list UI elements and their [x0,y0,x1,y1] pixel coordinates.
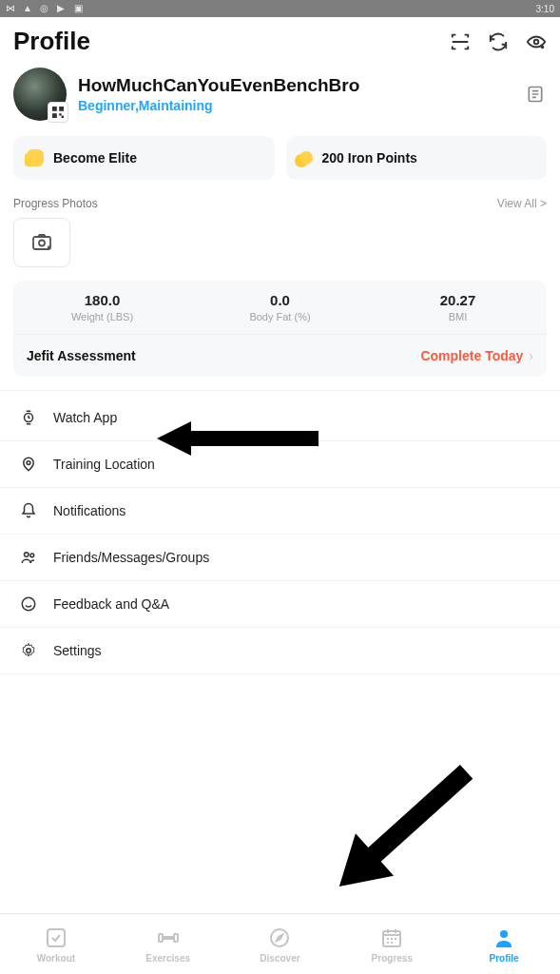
svg-marker-17 [320,750,486,907]
user-meta: HowMuchCanYouEvenBenchBro Beginner,Maint… [78,75,512,113]
view-all-link[interactable]: View All > [497,197,547,210]
bell-icon [19,501,38,520]
qr-icon[interactable] [48,102,68,123]
tab-label: Profile [490,953,519,964]
list-label: Feedback and Q&A [53,596,169,612]
status-bar: ⋈ ▲ ◎ ▶ ▣ 3:10 [0,0,560,17]
avatar[interactable] [13,68,67,121]
username: HowMuchCanYouEvenBenchBro [78,75,512,96]
elite-label: Become Elite [53,150,137,166]
svg-point-25 [500,930,508,938]
svg-point-0 [534,39,539,44]
tab-workout[interactable]: Workout [0,914,112,974]
pin-icon [19,455,38,474]
calendar-icon [379,925,404,950]
svg-marker-23 [277,935,282,941]
svg-point-22 [271,929,288,946]
elite-badge-icon [27,149,44,166]
tab-label: Progress [372,953,413,964]
header-actions [450,31,547,52]
app-icon: ⋈ [6,3,17,14]
tab-label: Workout [37,953,75,964]
checkbox-icon [44,925,68,950]
list-label: Watch App [53,410,117,425]
bodyfat-label: Body Fat (%) [195,311,365,322]
assessment-row[interactable]: Jefit Assessment Complete Today › [13,334,547,377]
stats-grid: 180.0 Weight (LBS) 0.0 Body Fat (%) 20.2… [13,281,547,334]
stat-weight[interactable]: 180.0 Weight (LBS) [13,281,191,334]
list-item-notifications[interactable]: Notifications [0,488,560,535]
svg-point-1 [541,45,545,49]
tab-profile[interactable]: Profile [448,914,560,974]
chevron-right-icon: › [529,348,533,363]
assessment-cta[interactable]: Complete Today › [420,348,533,363]
status-left: ⋈ ▲ ◎ ▶ ▣ [6,3,86,14]
svg-point-12 [25,553,29,557]
weight-value: 180.0 [17,292,187,308]
person-icon [492,925,516,950]
list-label: Friends/Messages/Groups [53,550,209,565]
notes-icon[interactable] [524,83,547,106]
compass-icon [267,925,292,950]
tab-label: Exercises [145,953,190,964]
promo-row: Become Elite 200 Iron Points [0,130,560,185]
eye-icon[interactable] [526,31,547,52]
list-label: Training Location [53,457,155,472]
coin-icon [299,151,313,165]
sync-icon[interactable] [488,31,509,52]
tab-exercises[interactable]: Exercises [112,914,224,974]
page-title: Profile [13,27,90,56]
svg-rect-3 [59,107,64,111]
progress-photos-label: Progress Photos [13,197,98,210]
svg-rect-2 [52,107,57,111]
instagram-icon: ◎ [40,3,51,14]
list-item-friends[interactable]: Friends/Messages/Groups [0,535,560,581]
bmi-value: 20.27 [373,292,543,308]
svg-marker-16 [157,421,319,456]
play-icon: ▶ [57,3,68,14]
gear-icon [19,641,38,660]
svg-rect-5 [59,113,61,115]
add-photo-button[interactable] [13,218,70,267]
square-icon: ▣ [74,3,86,14]
list-item-settings[interactable]: Settings [0,628,560,674]
user-level: Beginner,Maintaining [78,98,512,113]
tab-discover[interactable]: Discover [224,914,337,974]
watch-icon [19,408,38,427]
divider [0,390,560,391]
bmi-label: BMI [373,311,543,322]
become-elite-card[interactable]: Become Elite [13,136,275,180]
page-header: Profile [0,17,560,62]
bodyfat-value: 0.0 [195,292,365,308]
dumbbell-icon [156,925,181,950]
stat-bodyfat[interactable]: 0.0 Body Fat (%) [191,281,369,334]
status-time: 3:10 [536,4,554,14]
svg-rect-4 [52,113,57,118]
svg-rect-18 [48,929,65,946]
progress-photos-header: Progress Photos View All > [0,185,560,218]
list-item-feedback[interactable]: Feedback and Q&A [0,581,560,628]
scan-icon[interactable] [450,31,471,52]
svg-rect-6 [62,116,64,118]
svg-point-15 [27,649,31,653]
people-icon [19,548,38,567]
svg-point-11 [27,461,30,465]
list-label: Notifications [53,503,126,518]
tab-label: Discover [260,953,299,964]
user-card[interactable]: HowMuchCanYouEvenBenchBro Beginner,Maint… [0,62,560,130]
assessment-cta-text: Complete Today [420,348,523,363]
smile-icon [19,594,38,614]
list-label: Settings [53,643,102,658]
svg-point-9 [39,241,45,246]
assessment-label: Jefit Assessment [27,348,136,363]
svg-point-14 [22,597,35,611]
stats-card: 180.0 Weight (LBS) 0.0 Body Fat (%) 20.2… [13,281,547,377]
iron-points-card[interactable]: 200 Iron Points [286,136,548,180]
stat-bmi[interactable]: 20.27 BMI [369,281,547,334]
annotation-arrow-profile-tab [304,742,494,923]
tab-progress[interactable]: Progress [336,914,448,974]
points-label: 200 Iron Points [322,150,417,166]
warning-icon: ▲ [23,3,34,14]
annotation-arrow-location [157,421,319,456]
svg-point-13 [30,554,34,557]
